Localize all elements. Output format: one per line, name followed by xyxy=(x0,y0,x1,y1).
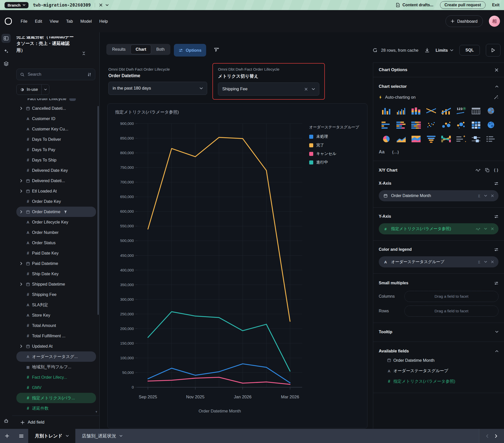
sheet-tab[interactable]: 店舗別_遅延状況 xyxy=(75,429,129,443)
field-item[interactable]: A # ▦ Etl Loaded At xyxy=(16,186,96,196)
json-braces-icon[interactable]: { } xyxy=(494,168,498,172)
chart-type-icon[interactable] xyxy=(411,135,421,143)
chevron-right-icon[interactable] xyxy=(18,189,24,193)
chart-type-icon[interactable] xyxy=(426,121,436,129)
menu-item[interactable]: Tab xyxy=(63,17,76,26)
field-item[interactable]: A # ▦ Order Number xyxy=(16,227,96,238)
expand-section-icon[interactable] xyxy=(495,331,498,333)
changes-icon[interactable] xyxy=(99,3,103,7)
field-item[interactable]: A # ▦ Shipping Fee xyxy=(16,289,96,300)
view-toggle-option[interactable]: Both xyxy=(151,45,170,54)
legend-item[interactable]: 完了 xyxy=(309,143,363,148)
run-query-button[interactable] xyxy=(486,44,500,57)
legend-item[interactable]: キャンセル xyxy=(309,151,363,156)
line-style-icon[interactable] xyxy=(476,168,481,172)
chart-type-icon[interactable] xyxy=(441,135,451,143)
chart-type-icon[interactable] xyxy=(396,107,406,115)
available-field-item[interactable]: A # ▦ 指定メトリクス(パラメータ参照) xyxy=(379,376,498,387)
field-item[interactable]: A # ▦ Total Amount xyxy=(16,320,96,331)
copy-icon[interactable] xyxy=(485,168,489,172)
collapse-section-icon[interactable] xyxy=(495,350,498,352)
filter-value-dropdown[interactable]: Shipping Fee xyxy=(218,82,319,96)
dashboard-button[interactable]: Dashboard xyxy=(446,15,483,27)
toggle-sidebar-button[interactable] xyxy=(2,34,11,43)
chart-type-icon[interactable] xyxy=(441,121,451,129)
field-item[interactable]: A # ▦ Delivered Date Key xyxy=(16,165,96,176)
collapse-section-icon[interactable] xyxy=(495,85,498,88)
create-pull-request-button[interactable]: Create pull request xyxy=(440,1,486,9)
menu-item[interactable]: Help xyxy=(96,17,111,26)
ai-filter-icon[interactable] xyxy=(214,47,219,52)
chart-type-icon[interactable] xyxy=(396,135,406,143)
chart-type-icon[interactable] xyxy=(471,121,481,129)
field-item[interactable]: A # ▦ Order Datetime xyxy=(16,207,96,217)
legend-item[interactable]: 未処理 xyxy=(309,134,363,139)
chart-type-icon[interactable] xyxy=(456,135,466,143)
chevron-right-icon[interactable] xyxy=(18,179,24,182)
branch-button[interactable]: Branch xyxy=(5,2,28,8)
chart-type-icon[interactable] xyxy=(382,135,391,143)
view-toggle-option[interactable]: Chart xyxy=(131,45,151,54)
exit-button[interactable]: Exit xyxy=(492,3,499,7)
axis-settings-icon[interactable] xyxy=(494,214,498,219)
chart-type-icon[interactable] xyxy=(486,107,496,115)
y-axis-field-pill[interactable]: # 指定メトリクス(パラメータ参照) xyxy=(379,223,498,234)
collapse-all-icon[interactable] xyxy=(82,51,85,56)
available-field-item[interactable]: A # ▦ オーダーステータスグループ xyxy=(379,366,498,376)
add-field-button[interactable]: Add field xyxy=(12,416,99,429)
field-item[interactable]: A # ▦ Shipped Datetime xyxy=(16,279,96,289)
chart-type-icon[interactable] xyxy=(486,135,496,143)
magic-wand-icon[interactable] xyxy=(494,95,498,99)
chart-type-icon[interactable] xyxy=(426,135,436,143)
chevron-right-icon[interactable] xyxy=(18,210,24,213)
field-item[interactable]: A # ▦ 遅延件数 xyxy=(16,403,96,413)
search-filter-icon[interactable] xyxy=(87,72,91,77)
chart-type-icon[interactable] xyxy=(382,107,391,115)
chevron-down-icon[interactable] xyxy=(484,228,487,230)
chart-type-icon[interactable] xyxy=(396,121,406,129)
search-input[interactable] xyxy=(27,72,84,77)
field-item[interactable]: A # ▦ Total Fulfillment ... xyxy=(16,331,96,341)
chevron-right-icon[interactable] xyxy=(18,262,24,265)
remove-field-icon[interactable] xyxy=(491,227,494,230)
axis-settings-icon[interactable] xyxy=(494,181,498,186)
layers-button[interactable] xyxy=(2,59,11,68)
field-item[interactable]: A # ▦ 地域別_平均フルフ... xyxy=(16,362,96,372)
chevron-right-icon[interactable] xyxy=(18,345,24,348)
field-item[interactable]: A # ▦ Order Lifecycle Key xyxy=(16,217,96,227)
query-history-icon[interactable] xyxy=(372,48,378,53)
sheet-list-button[interactable] xyxy=(14,429,28,443)
facet-settings-icon[interactable] xyxy=(494,281,498,285)
menu-item[interactable]: File xyxy=(17,17,31,26)
view-toggle-option[interactable]: Results xyxy=(107,45,131,54)
avatar[interactable]: 相 xyxy=(489,16,500,27)
field-item[interactable]: A # ▦ Cancelled Dateti... xyxy=(16,103,96,114)
field-item[interactable]: A # ▦ Ship Date Key xyxy=(16,269,96,279)
content-drafts-button[interactable]: Content drafts... xyxy=(396,3,433,7)
aggregate-icon[interactable]: Σ xyxy=(478,194,480,198)
chevron-right-icon[interactable] xyxy=(18,107,24,110)
chart-type-icon[interactable] xyxy=(411,121,421,129)
in-use-toggle[interactable]: In-use xyxy=(17,85,41,95)
json-config-icon[interactable]: {...} xyxy=(392,150,399,154)
chevron-down-icon[interactable] xyxy=(484,261,487,263)
field-item[interactable]: A # ▦ Store Key xyxy=(16,310,96,320)
scroll-tabs-right-icon[interactable] xyxy=(495,434,497,438)
sql-button[interactable]: SQL xyxy=(459,45,480,56)
chart-type-icon[interactable] xyxy=(426,107,436,115)
line-series-icon[interactable] xyxy=(476,227,480,231)
field-item[interactable]: A # ▦ Paid Datetime xyxy=(16,258,96,269)
chart-type-icon[interactable] xyxy=(441,107,451,115)
chart-type-icon[interactable] xyxy=(382,121,391,129)
field-item[interactable]: A # ▦ Days To Ship xyxy=(16,155,96,165)
sheet-tab[interactable]: 月別トレンド xyxy=(28,429,75,443)
tab-menu-chevron-icon[interactable] xyxy=(66,435,69,437)
clear-filter-icon[interactable] xyxy=(304,88,308,91)
field-item[interactable]: A # ▦ オーダーステータスグ... xyxy=(16,351,96,362)
columns-facet-dropzone[interactable]: Drag a field to facet xyxy=(404,291,498,302)
chart-type-icon[interactable] xyxy=(411,107,421,115)
chart-type-icon[interactable] xyxy=(471,107,481,115)
remove-field-icon[interactable] xyxy=(491,194,494,197)
chart-type-icon[interactable] xyxy=(456,107,466,115)
debug-button[interactable] xyxy=(2,416,11,425)
